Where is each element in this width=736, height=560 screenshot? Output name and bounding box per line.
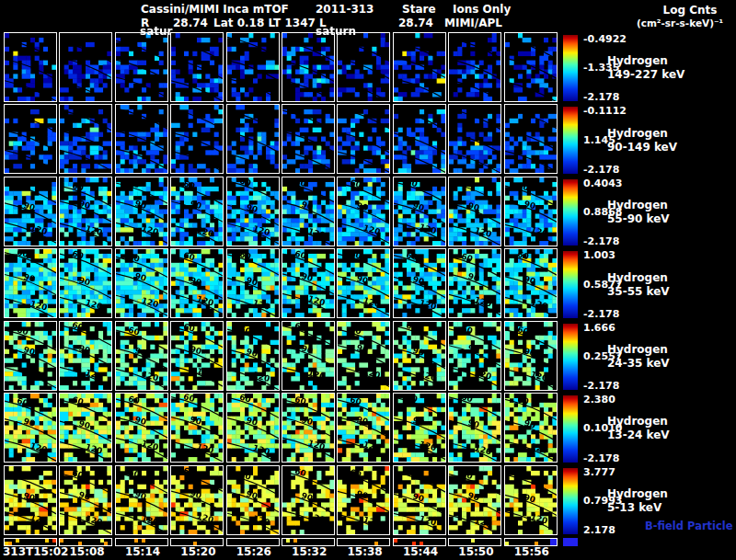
colorbar bbox=[563, 395, 578, 462]
colorbar bbox=[563, 179, 578, 246]
cassini-mimi-inca-plot-window: Cassini/MIMI Inca mTOF 2011-313 Stare Io… bbox=[0, 0, 736, 560]
heatmap-canvas bbox=[282, 33, 334, 101]
bfield-strip-canvas bbox=[282, 539, 334, 545]
heatmap-canvas bbox=[5, 394, 56, 462]
data-panel bbox=[337, 248, 390, 318]
heatmap-canvas bbox=[60, 466, 111, 534]
time-tick-label: 15:44 bbox=[403, 545, 438, 558]
heatmap-canvas bbox=[338, 466, 389, 534]
heatmap-canvas bbox=[227, 466, 279, 534]
data-panel bbox=[226, 321, 280, 391]
time-tick-label: 15:56 bbox=[514, 545, 549, 558]
heatmap-canvas bbox=[116, 322, 167, 390]
heatmap-canvas bbox=[505, 322, 557, 390]
data-panel bbox=[4, 177, 57, 246]
bfield-strip-canvas bbox=[60, 539, 111, 545]
data-panel bbox=[226, 248, 280, 318]
heatmap-canvas bbox=[394, 33, 445, 101]
units-formula: (cm²-sr-s-keV)⁻¹ bbox=[624, 17, 736, 29]
data-panel bbox=[115, 248, 168, 318]
time-tick-label: 15:26 bbox=[236, 545, 271, 558]
colorbar-max-label: 0.4043 bbox=[583, 177, 622, 189]
title-date: 2011-313 bbox=[316, 3, 374, 16]
data-panel bbox=[282, 177, 335, 246]
saturn-marker-left: satur bbox=[140, 25, 172, 38]
heatmap-canvas bbox=[338, 33, 389, 101]
species-name: Hydrogen bbox=[607, 199, 670, 212]
data-panel bbox=[282, 321, 335, 391]
data-panel bbox=[226, 465, 280, 535]
data-panel bbox=[115, 321, 168, 391]
data-panel bbox=[448, 32, 501, 102]
colorbar-min-label: -2.178 bbox=[583, 380, 619, 392]
data-panel bbox=[115, 393, 168, 463]
heatmap-canvas bbox=[394, 394, 445, 462]
data-panel bbox=[282, 104, 335, 174]
heatmap-canvas bbox=[282, 322, 334, 390]
bfield-strip-canvas bbox=[227, 539, 279, 545]
bfield-strip-canvas bbox=[338, 539, 389, 545]
title-mission: Cassini/MIMI Inca mTOF bbox=[141, 3, 289, 16]
heatmap-canvas bbox=[505, 466, 557, 534]
data-panel bbox=[59, 321, 112, 391]
time-tick-label: 15:50 bbox=[458, 545, 493, 558]
heatmap-canvas bbox=[338, 322, 389, 390]
heatmap-canvas bbox=[60, 105, 111, 173]
units-title: Log Cnts bbox=[644, 4, 736, 17]
data-panel bbox=[337, 104, 390, 174]
colorbar-max-label: 2.380 bbox=[583, 394, 615, 406]
heatmap-canvas bbox=[449, 105, 500, 173]
data-panel bbox=[337, 465, 390, 535]
data-panel bbox=[448, 393, 501, 463]
data-panel bbox=[4, 321, 57, 391]
data-panel bbox=[393, 321, 446, 391]
colorbar-min-label: -2.178 bbox=[583, 235, 619, 247]
energy-range: 149-227 keV bbox=[607, 68, 684, 82]
heatmap-canvas bbox=[227, 322, 279, 390]
bfield-flow-label: B-field Particle Flow bbox=[645, 520, 736, 532]
data-panel bbox=[393, 177, 446, 246]
heatmap-canvas bbox=[282, 177, 334, 246]
heatmap-canvas bbox=[282, 394, 334, 462]
data-panel bbox=[170, 393, 224, 463]
data-panel bbox=[4, 465, 57, 535]
heatmap-canvas bbox=[282, 466, 334, 534]
species-name: Hydrogen bbox=[607, 487, 668, 501]
bfield-strip-canvas bbox=[505, 539, 557, 545]
data-panel bbox=[337, 177, 390, 246]
colorbar-min-label: -2.178 bbox=[583, 308, 619, 320]
data-panel bbox=[59, 177, 112, 246]
heatmap-canvas bbox=[338, 105, 389, 173]
time-tick-label: 15:08 bbox=[69, 545, 104, 558]
energy-range: 24-35 keV bbox=[607, 357, 670, 371]
colorbar-min-label: 2.178 bbox=[583, 524, 615, 536]
heatmap-canvas bbox=[171, 322, 223, 390]
energy-range: 90-149 keV bbox=[607, 141, 677, 154]
heatmap-canvas bbox=[394, 249, 445, 317]
heatmap-canvas bbox=[60, 249, 111, 317]
colorbar bbox=[563, 107, 578, 173]
data-panel bbox=[226, 177, 280, 246]
bfield-strip-canvas bbox=[171, 539, 223, 545]
colorbar-max-label: 3.777 bbox=[583, 466, 615, 478]
bfield-strip-canvas bbox=[5, 539, 56, 545]
heatmap-canvas bbox=[449, 33, 500, 101]
heatmap-canvas bbox=[171, 394, 223, 462]
data-panel bbox=[115, 104, 168, 174]
heatmap-canvas bbox=[5, 466, 56, 534]
heatmap-canvas bbox=[116, 394, 167, 462]
heatmap-canvas bbox=[394, 177, 445, 246]
data-panel bbox=[393, 248, 446, 318]
data-panel bbox=[448, 177, 501, 246]
data-panel bbox=[337, 321, 390, 391]
data-panel bbox=[504, 177, 558, 246]
heatmap-canvas bbox=[282, 105, 334, 173]
data-panel bbox=[4, 393, 57, 463]
species-name: Hydrogen bbox=[607, 127, 677, 141]
heatmap-canvas bbox=[505, 394, 557, 462]
energy-range: 13-24 keV bbox=[607, 429, 670, 442]
heatmap-canvas bbox=[394, 322, 445, 390]
data-panel bbox=[448, 248, 501, 318]
heatmap-canvas bbox=[227, 105, 279, 173]
heatmap-canvas bbox=[5, 33, 56, 101]
